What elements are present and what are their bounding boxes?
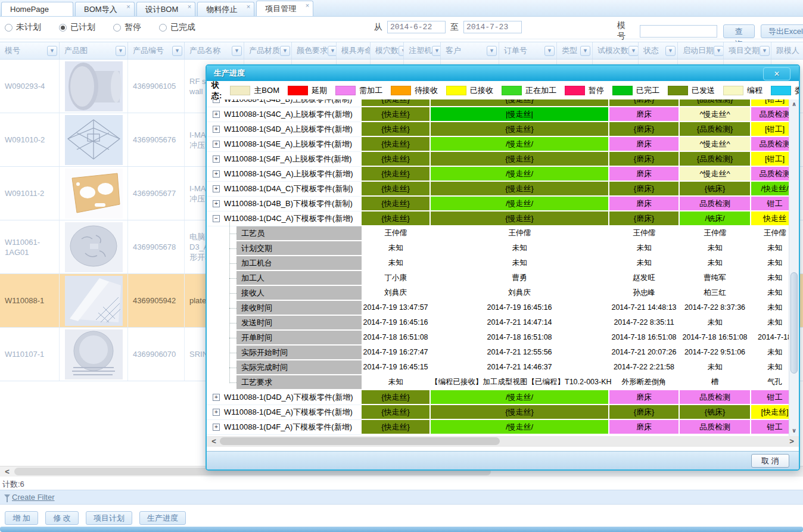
column-header-17[interactable]: 跟模人 xyxy=(771,42,803,59)
column-header-11[interactable]: 订单号▼ xyxy=(499,42,557,59)
dialog-vertical-scrollbar[interactable]: ∧ ∨ xyxy=(789,99,799,436)
part-row[interactable]: +W110088-1(D4E_A)下模板零件(新增){快走丝}{慢走丝}{磨床}… xyxy=(207,405,798,420)
production-progress-button[interactable]: 生产进度 xyxy=(139,511,186,525)
dialog-close-button[interactable]: ✕ xyxy=(763,67,790,80)
close-tab-icon[interactable]: × xyxy=(126,3,130,10)
expand-icon[interactable]: + xyxy=(213,155,220,163)
cancel-button[interactable]: 取 消 xyxy=(751,454,789,468)
filter-dropdown-icon[interactable]: ▼ xyxy=(172,46,182,56)
filter-dropdown-icon[interactable]: ▼ xyxy=(544,46,555,56)
part-row[interactable]: +W110088-1(S4C_A)上脱板零件(新增){快走丝}|慢走丝|磨床^慢… xyxy=(207,107,798,122)
filter-dropdown-icon[interactable]: ▼ xyxy=(232,46,242,56)
date-to-input[interactable] xyxy=(463,21,522,33)
expand-icon[interactable]: + xyxy=(213,185,220,192)
radio-option-3[interactable]: 暂停 xyxy=(113,22,141,33)
filter-dropdown-icon[interactable]: ▼ xyxy=(116,46,126,56)
expand-icon[interactable]: + xyxy=(213,170,220,178)
dialog-hscroll-thumb[interactable] xyxy=(220,437,500,445)
modify-button[interactable]: 修 改 xyxy=(45,511,79,525)
column-header-2[interactable]: 产品图▼ xyxy=(60,42,128,59)
column-header-13[interactable]: 试模次数▼ xyxy=(593,42,639,59)
filter-dropdown-icon[interactable]: ▼ xyxy=(47,46,57,56)
column-header-1[interactable]: 模号▼ xyxy=(0,42,60,59)
expand-icon[interactable]: + xyxy=(213,126,220,133)
expand-icon[interactable]: + xyxy=(213,111,220,118)
expand-icon[interactable]: + xyxy=(213,200,220,207)
dialog-horizontal-scrollbar[interactable]: < > xyxy=(207,436,799,447)
filter-dropdown-icon[interactable]: ▼ xyxy=(399,46,404,56)
close-tab-icon[interactable]: × xyxy=(247,3,250,10)
add-button[interactable]: 增 加 xyxy=(5,511,38,525)
tab-1[interactable]: HomePage xyxy=(1,2,73,16)
date-from-input[interactable] xyxy=(387,21,446,33)
column-header-12[interactable]: 类型▼ xyxy=(557,42,593,59)
tab-4[interactable]: 物料停止× xyxy=(197,2,254,16)
column-header-10[interactable]: 客户▼ xyxy=(441,42,499,59)
column-header-6[interactable]: 颜色要求▼ xyxy=(292,42,337,59)
filter-dropdown-icon[interactable]: ▼ xyxy=(628,46,639,56)
close-tab-icon[interactable]: × xyxy=(188,3,191,10)
filter-dropdown-icon[interactable]: ▼ xyxy=(714,46,724,56)
mold-number-input[interactable] xyxy=(640,25,717,38)
filter-dropdown-icon[interactable]: ▼ xyxy=(760,46,770,56)
filter-dropdown-icon[interactable]: ▼ xyxy=(580,46,590,56)
part-row[interactable]: +W110088-1(S4E_A)上脱板零件(新增){快走丝}/慢走丝/磨床^慢… xyxy=(207,137,798,152)
tab-5[interactable]: 项目管理× xyxy=(256,1,313,16)
expand-icon[interactable]: + xyxy=(213,424,220,431)
scroll-right-icon[interactable]: > xyxy=(786,436,798,446)
query-button[interactable]: 查 询 xyxy=(723,24,755,38)
column-header-16[interactable]: 项目交期▼ xyxy=(724,42,771,59)
scroll-up-icon[interactable]: ∧ xyxy=(789,99,799,110)
expand-icon[interactable]: + xyxy=(213,409,220,416)
close-tab-icon[interactable]: × xyxy=(306,2,309,9)
column-header-14[interactable]: 状态▼ xyxy=(639,42,678,59)
part-row[interactable]: +W110088-1(S4F_A)上脱板零件(新增){快走丝}{慢走丝}{磨床}… xyxy=(207,152,798,167)
part-row[interactable]: +W110088-1(D4F_A)下模板零件(新增){快走丝}/慢走丝/磨床品质… xyxy=(207,420,798,435)
project-plan-button[interactable]: 项目计划 xyxy=(86,511,132,525)
scroll-left-icon[interactable]: < xyxy=(1,466,13,477)
radio-option-1[interactable]: 未计划 xyxy=(5,22,41,33)
expand-icon[interactable]: + xyxy=(213,394,220,401)
column-header-3[interactable]: 产品编号▼ xyxy=(128,42,185,59)
part-row[interactable]: +W110088-1(S4D_A)上脱板零件(新增){快走丝}{慢走丝}{磨床}… xyxy=(207,122,798,137)
status-cell: 品质检测 xyxy=(680,420,750,434)
tab-2[interactable]: BOM导入× xyxy=(75,2,135,16)
column-header-5[interactable]: 产品材质▼ xyxy=(244,42,292,59)
part-row[interactable]: +W110088-1(S4G_A)上脱板零件(新增){快走丝}/慢走丝/磨床^慢… xyxy=(207,167,798,182)
part-row[interactable]: +W110088-1(D4B_B)下模板零件(新制){快走丝}/慢走丝/磨床品质… xyxy=(207,197,798,211)
filter-dropdown-icon[interactable]: ▼ xyxy=(280,46,290,56)
radio-option-2[interactable]: 已计划 xyxy=(59,22,95,33)
part-row[interactable]: +W110088-1(D4A_C)下模板零件(新制){快走丝}{慢走丝}{磨床}… xyxy=(207,182,798,197)
detail-value: 未知 xyxy=(680,256,750,270)
status-cell: {铣床} xyxy=(680,405,750,419)
column-header-8[interactable]: 模穴数▼ xyxy=(371,42,404,59)
filter-dropdown-icon[interactable]: ▼ xyxy=(665,46,676,56)
radio-option-4[interactable]: 已完成 xyxy=(159,22,195,33)
part-row[interactable]: +W110088-1(D4D_A)下模板零件(新增){快走丝}/慢走丝/磨床品质… xyxy=(207,390,798,405)
filter-dropdown-icon[interactable]: ▼ xyxy=(487,46,497,56)
status-cell: {快走丝} xyxy=(362,137,429,151)
scroll-down-icon[interactable]: ∨ xyxy=(789,426,799,436)
filter-dropdown-icon[interactable]: ▼ xyxy=(432,46,441,56)
column-header-7[interactable]: 模具寿命▼ xyxy=(337,42,371,59)
scroll-left-icon[interactable]: < xyxy=(208,436,220,446)
radio-label: 已计划 xyxy=(70,22,95,33)
part-row[interactable]: +W110088-1(S4B_B)上脱板零件(新制){快走丝}{慢走丝}{磨床}… xyxy=(207,99,798,107)
collapse-icon[interactable]: − xyxy=(213,215,220,222)
expand-icon[interactable]: + xyxy=(213,141,220,148)
column-header-4[interactable]: 产品名称▼ xyxy=(185,42,244,59)
detail-value: 2014-7-19 16:45:15 xyxy=(362,360,429,374)
dialog-title-bar[interactable]: 生产进度 ✕ xyxy=(207,66,799,81)
detail-value: 未知 xyxy=(362,241,429,255)
part-row[interactable]: −W110088-1(D4C_A)下模板零件(新增){快走丝}{慢走丝}{磨床}… xyxy=(207,211,798,226)
filter-dropdown-icon[interactable]: ▼ xyxy=(328,46,337,56)
create-filter-link[interactable]: Create Filter xyxy=(12,493,55,502)
dialog-vscroll-thumb[interactable] xyxy=(790,272,798,374)
tab-3[interactable]: 设计BOM× xyxy=(136,2,196,16)
column-label: 试模次数 xyxy=(597,45,628,56)
column-header-15[interactable]: 启动日期▼ xyxy=(678,42,724,59)
expand-icon[interactable]: + xyxy=(213,99,220,103)
image-cell xyxy=(60,274,128,327)
column-header-9[interactable]: 注塑机▼ xyxy=(404,42,441,59)
export-excel-button[interactable]: 导出Excel xyxy=(761,24,803,38)
